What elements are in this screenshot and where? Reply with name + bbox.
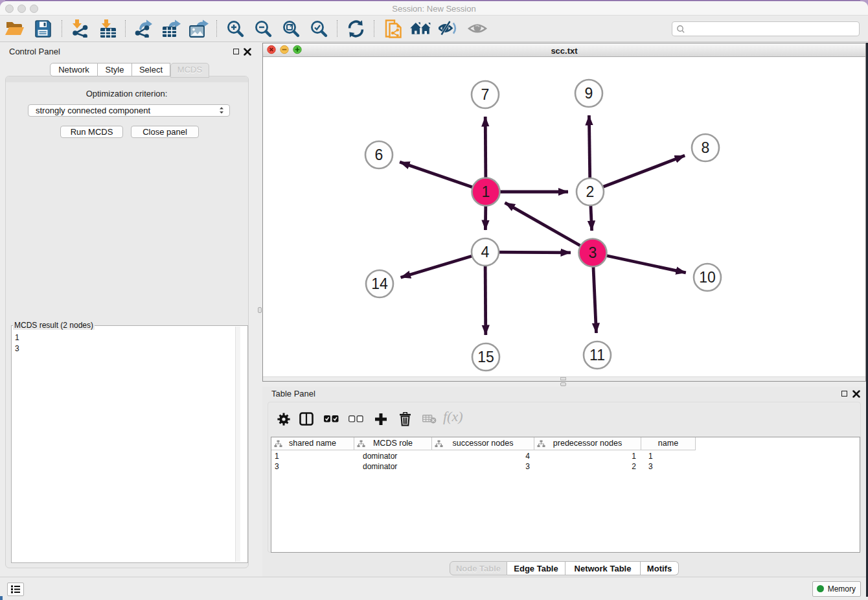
svg-text:9: 9	[585, 85, 593, 102]
svg-text:1: 1	[482, 183, 490, 200]
svg-text:10: 10	[699, 269, 716, 286]
svg-text:2: 2	[586, 183, 595, 200]
svg-text:8: 8	[702, 139, 710, 156]
svg-text:6: 6	[375, 146, 383, 163]
svg-text:15: 15	[477, 349, 494, 365]
svg-text:14: 14	[371, 275, 388, 292]
svg-text:7: 7	[481, 86, 490, 103]
svg-text:3: 3	[589, 244, 597, 261]
svg-text:4: 4	[481, 244, 490, 260]
svg-text:11: 11	[589, 347, 605, 363]
